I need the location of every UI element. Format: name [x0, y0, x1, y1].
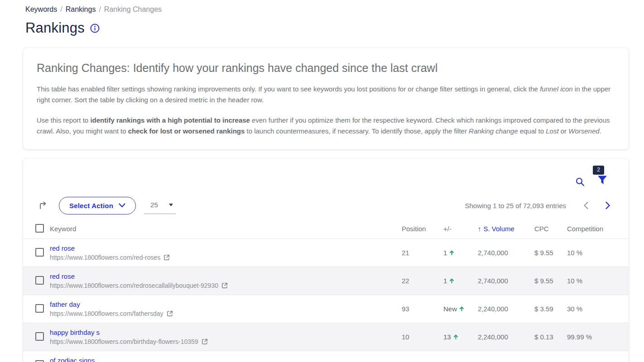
- header-volume-label: S. Volume: [484, 225, 514, 233]
- up-arrow-icon: [453, 334, 459, 340]
- select-action-dropdown[interactable]: Select Action: [59, 197, 136, 214]
- cpc-value: $ 9.55: [534, 249, 567, 257]
- keyword-link[interactable]: father day: [50, 300, 80, 308]
- intro-p2-lost: Lost: [546, 127, 558, 135]
- external-link-icon[interactable]: [202, 338, 208, 345]
- intro-p2-bold1: identify rankings with a high potential …: [90, 116, 250, 124]
- header-change[interactable]: +/-: [443, 225, 478, 233]
- up-arrow-icon: [459, 306, 465, 312]
- intro-paragraph-2: Use this report to identify rankings wit…: [37, 115, 615, 137]
- filter-count-badge: 2: [593, 166, 604, 174]
- row-checkbox[interactable]: [35, 276, 44, 285]
- row-checkbox[interactable]: [35, 332, 44, 341]
- sort-asc-icon: ↑: [478, 225, 481, 233]
- header-competition[interactable]: Competition: [567, 225, 629, 233]
- up-arrow-icon: [449, 278, 455, 284]
- intro-p1-funnel-icon-ref: funnel icon: [540, 85, 573, 93]
- volume-value: 2,240,000: [478, 333, 534, 341]
- keyword-link[interactable]: happy birthday s: [50, 329, 100, 336]
- search-icon[interactable]: [575, 177, 585, 187]
- filter-icon[interactable]: [597, 175, 608, 185]
- page-size-select[interactable]: 25: [144, 197, 176, 214]
- position-value: 22: [402, 277, 443, 285]
- table-row: happy birthday s https://www.1800flowers…: [23, 323, 629, 351]
- table-row: father day https://www.1800flowers.com/f…: [23, 295, 629, 323]
- caret-down-icon: [169, 204, 173, 206]
- row-checkbox[interactable]: [35, 248, 44, 257]
- intro-p2-worsened: Worsened: [568, 127, 599, 135]
- intro-p2-filter-name: Ranking change: [469, 127, 518, 135]
- keyword-link[interactable]: of zodiac signs: [50, 357, 95, 362]
- external-link-icon[interactable]: [221, 282, 228, 289]
- table-row: of zodiac signs https://www.1800flowers.…: [23, 351, 629, 362]
- keyword-url: https://www.1800flowers.com/red-roses: [50, 254, 402, 261]
- row-checkbox[interactable]: [35, 360, 44, 362]
- cpc-value: $ 9.55: [534, 277, 567, 285]
- header-cpc[interactable]: CPC: [534, 225, 567, 233]
- competition-value: 10 %: [567, 249, 629, 257]
- url-text: https://www.1800flowers.com/fathersday: [50, 310, 163, 317]
- url-text: https://www.1800flowers.com/redrosecalla…: [50, 282, 218, 289]
- info-icon[interactable]: [90, 24, 100, 33]
- select-all-checkbox[interactable]: [35, 224, 44, 233]
- intro-card: Ranking Changes: Identify how your ranki…: [23, 48, 629, 149]
- intro-paragraph-1: This table has enabled filter settings s…: [37, 84, 615, 106]
- competition-value: 10 %: [567, 277, 629, 285]
- keyword-link[interactable]: red rose: [50, 244, 75, 252]
- table-body: red rose https://www.1800flowers.com/red…: [23, 239, 629, 362]
- change-cell: New: [443, 305, 478, 313]
- previous-page-button[interactable]: [583, 201, 589, 210]
- header-keyword[interactable]: Keyword: [50, 225, 402, 233]
- next-page-button[interactable]: [605, 201, 610, 210]
- url-text: https://www.1800flowers.com/birthday-flo…: [50, 338, 198, 345]
- breadcrumb-keywords[interactable]: Keywords: [25, 5, 57, 14]
- intro-p2-text6: .: [600, 127, 601, 135]
- row-checkbox[interactable]: [35, 304, 44, 313]
- intro-p1-text: This table has enabled filter settings s…: [37, 85, 540, 93]
- export-icon[interactable]: [38, 200, 48, 210]
- breadcrumb: Keywords / Rankings / Ranking Changes: [0, 0, 644, 14]
- external-link-icon[interactable]: [163, 254, 170, 261]
- position-value: 93: [402, 305, 443, 313]
- keyword-url: https://www.1800flowers.com/birthday-flo…: [50, 338, 402, 345]
- select-action-label: Select Action: [69, 202, 113, 210]
- intro-p2-text5: or: [559, 127, 569, 135]
- intro-heading: Ranking Changes: Identify how your ranki…: [37, 62, 615, 75]
- header-volume[interactable]: ↑ S. Volume: [478, 225, 534, 233]
- intro-p2-text4: equal to: [518, 127, 546, 135]
- volume-value: 2,740,000: [478, 249, 534, 257]
- keyword-url: https://www.1800flowers.com/redrosecalla…: [50, 282, 402, 289]
- page-size-value: 25: [150, 201, 158, 209]
- keyword-link[interactable]: red rose: [50, 272, 75, 280]
- breadcrumb-separator: /: [60, 5, 62, 14]
- change-value: New: [443, 305, 457, 313]
- volume-value: 2,740,000: [478, 277, 534, 285]
- competition-value: 30 %: [567, 305, 629, 313]
- rankings-table: Keyword Position +/- ↑ S. Volume CPC Com…: [23, 219, 629, 362]
- intro-p2-bold2: check for lost or worsened rankings: [128, 127, 245, 135]
- table-row: red rose https://www.1800flowers.com/red…: [23, 239, 629, 267]
- table-row: red rose https://www.1800flowers.com/red…: [23, 267, 629, 295]
- volume-value: 2,240,000: [478, 305, 534, 313]
- position-value: 10: [402, 333, 443, 341]
- change-cell: 1: [443, 277, 478, 285]
- change-cell: 13: [443, 333, 478, 341]
- up-arrow-icon: [449, 250, 455, 256]
- intro-p2-text3: to launch countermeasures, if necessary.…: [245, 127, 469, 135]
- url-text: https://www.1800flowers.com/red-roses: [50, 254, 160, 261]
- cpc-value: $ 3.59: [534, 305, 567, 313]
- rankings-table-card: 2 Select Action 25: [23, 159, 629, 362]
- header-position[interactable]: Position: [402, 225, 443, 233]
- change-value: 1: [443, 277, 447, 285]
- position-value: 21: [402, 249, 443, 257]
- cpc-value: $ 0.13: [534, 333, 567, 341]
- intro-p2-text1: Use this report to: [37, 116, 90, 124]
- external-link-icon[interactable]: [167, 310, 173, 317]
- keyword-url: https://www.1800flowers.com/fathersday: [50, 310, 402, 317]
- chevron-down-icon: [119, 203, 125, 208]
- breadcrumb-rankings[interactable]: Rankings: [66, 5, 96, 14]
- breadcrumb-separator: /: [99, 5, 101, 14]
- page-title: Rankings: [25, 20, 85, 36]
- table-header-row: Keyword Position +/- ↑ S. Volume CPC Com…: [23, 219, 629, 239]
- change-cell: 1: [443, 249, 478, 257]
